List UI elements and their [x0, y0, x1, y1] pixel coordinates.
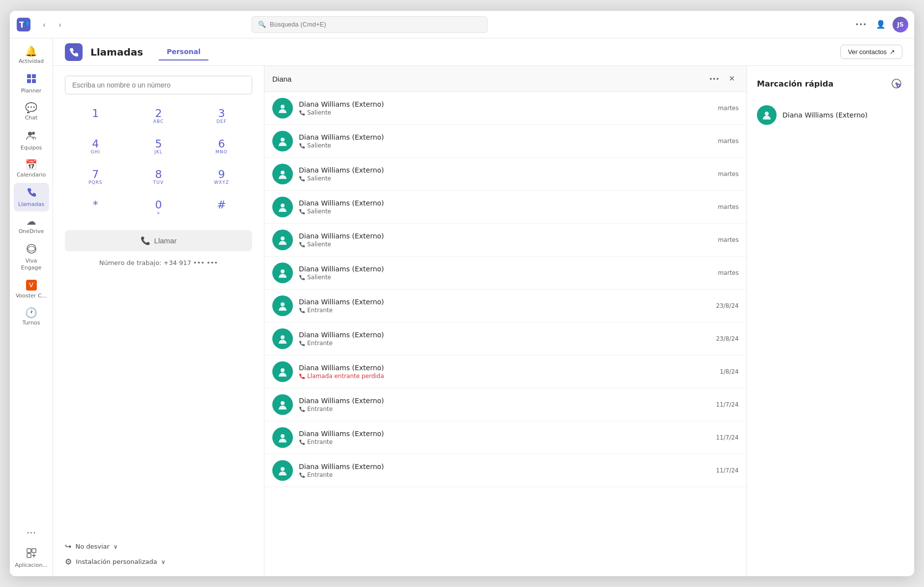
- call-item[interactable]: Diana Williams (Externo) Saliente martes: [264, 257, 747, 290]
- call-name: Diana Williams (Externo): [299, 232, 712, 240]
- call-name: Diana Williams (Externo): [299, 265, 712, 273]
- call-item[interactable]: Diana Williams (Externo) Saliente martes: [264, 224, 747, 257]
- sidebar-item-equipos[interactable]: Equipos: [14, 126, 49, 155]
- dial-key-6[interactable]: 6 MNO: [191, 133, 252, 161]
- call-item[interactable]: Diana Williams (Externo) Saliente martes: [264, 92, 747, 125]
- call-direction: Saliente: [299, 241, 712, 248]
- speed-dial-title: Marcación rápida: [757, 79, 834, 88]
- call-time: 11/7/24: [716, 434, 739, 441]
- dial-key-0[interactable]: 0 +: [128, 194, 189, 222]
- svg-rect-12: [27, 554, 31, 558]
- sidebar-item-chat[interactable]: 💬 Chat: [14, 99, 49, 125]
- no-desviar-item[interactable]: ↪ No desviar ∨: [65, 542, 252, 551]
- sidebar-item-label: Aplicacion...: [15, 562, 48, 568]
- avatar[interactable]: JS: [893, 17, 908, 32]
- search-bar[interactable]: 🔍: [252, 16, 488, 33]
- svg-point-29: [765, 112, 769, 116]
- tab-personal[interactable]: Personal: [159, 44, 208, 60]
- call-name: Diana Williams (Externo): [299, 166, 712, 174]
- instalacion-item[interactable]: ⚙ Instalación personalizada ∨: [65, 557, 252, 566]
- dial-key-7[interactable]: 7 PQRS: [65, 163, 126, 192]
- dial-key-4[interactable]: 4 GHI: [65, 133, 126, 161]
- call-item[interactable]: Diana Williams (Externo) Entrante 11/7/2…: [264, 421, 747, 454]
- call-item[interactable]: Diana Williams (Externo) Saliente martes: [264, 191, 747, 224]
- ver-contactos-button[interactable]: Ver contactos ↗: [840, 45, 902, 59]
- back-button[interactable]: ‹: [37, 18, 51, 31]
- call-direction: Saliente: [299, 208, 712, 215]
- settings-icon: ⚙: [65, 557, 72, 566]
- call-direction: Entrante: [299, 340, 710, 347]
- app-window: T 👥 ‹ › 🔍 ··· 👤 JS 🔔 Actividad: [10, 11, 914, 576]
- call-item[interactable]: Diana Williams (Externo) Entrante 11/7/2…: [264, 388, 747, 421]
- number-input[interactable]: [65, 76, 252, 94]
- call-direction: Saliente: [299, 109, 712, 116]
- speed-dial-contact[interactable]: Diana Williams (Externo): [757, 101, 904, 129]
- call-item[interactable]: Diana Williams (Externo) Entrante 11/7/2…: [264, 454, 747, 487]
- sidebar-item-actividad[interactable]: 🔔 Actividad: [14, 42, 49, 68]
- page-tabs: Personal: [159, 44, 208, 60]
- sidebar-item-llamadas[interactable]: Llamadas: [14, 183, 49, 211]
- work-number: Número de trabajo: +34 917 ••• •••: [65, 259, 252, 266]
- call-time: martes: [718, 236, 739, 243]
- call-item[interactable]: Diana Williams (Externo) Entrante 23/8/2…: [264, 290, 747, 323]
- sidebar-item-vooster[interactable]: V Vooster C...: [14, 276, 49, 303]
- title-bar-right: ··· 👤 JS: [853, 17, 908, 32]
- search-input[interactable]: [270, 21, 481, 28]
- call-avatar: [272, 427, 293, 448]
- sidebar-item-calendario[interactable]: 📅 Calendario: [14, 156, 49, 182]
- call-list-panel: ··· ✕ Diana Williams (Externo) Saliente …: [264, 66, 747, 576]
- call-item[interactable]: Diana Williams (Externo) Saliente martes: [264, 158, 747, 191]
- svg-rect-11: [32, 549, 36, 553]
- call-time: 23/8/24: [716, 302, 739, 309]
- dial-key-3[interactable]: 3 DEF: [191, 102, 252, 131]
- dial-key-hash[interactable]: #: [191, 194, 252, 222]
- sidebar-item-aplicaciones[interactable]: Aplicacion...: [14, 544, 49, 572]
- sidebar-item-viva[interactable]: Viva Engage: [14, 239, 49, 274]
- svg-rect-3: [27, 74, 31, 78]
- sidebar-item-planner[interactable]: Planner: [14, 69, 49, 98]
- call-list: Diana Williams (Externo) Saliente martes…: [264, 92, 747, 576]
- contacts-icon[interactable]: 👤: [873, 17, 889, 32]
- sidebar-item-label: Llamadas: [18, 201, 44, 207]
- dial-key-5[interactable]: 5 JKL: [128, 133, 189, 161]
- dial-key-2[interactable]: 2 ABC: [128, 102, 189, 131]
- dial-key-1[interactable]: 1: [65, 102, 126, 131]
- call-list-header: ··· ✕: [264, 66, 747, 92]
- turnos-icon: 🕐: [25, 308, 37, 318]
- svg-rect-10: [27, 549, 31, 553]
- dial-key-9[interactable]: 9 WXYZ: [191, 163, 252, 192]
- more-options-icon[interactable]: ···: [853, 17, 869, 32]
- call-item[interactable]: Diana Williams (Externo) Llamada entrant…: [264, 355, 747, 388]
- call-avatar: [272, 197, 293, 217]
- dial-key-8[interactable]: 8 TUV: [128, 163, 189, 192]
- call-button[interactable]: 📞 Llamar: [65, 230, 252, 251]
- svg-text:👥: 👥: [23, 20, 29, 26]
- svg-point-23: [281, 368, 285, 372]
- ver-contactos-label: Ver contactos: [848, 48, 887, 56]
- call-name: Diana Williams (Externo): [299, 463, 710, 470]
- call-item[interactable]: Diana Williams (Externo) Saliente martes: [264, 125, 747, 158]
- svg-point-18: [281, 204, 285, 207]
- title-bar: T 👥 ‹ › 🔍 ··· 👤 JS: [10, 11, 914, 38]
- dial-key-star[interactable]: *: [65, 194, 126, 222]
- dialpad: 1 2 ABC 3 DEF 4: [65, 102, 252, 222]
- svg-point-17: [281, 171, 285, 175]
- call-avatar: [272, 230, 293, 250]
- vooster-icon: V: [26, 280, 37, 291]
- bell-icon: 🔔: [25, 46, 37, 56]
- call-search-input[interactable]: [272, 75, 703, 83]
- page-header-right: Ver contactos ↗: [840, 45, 902, 59]
- call-item[interactable]: Diana Williams (Externo) Entrante 23/8/2…: [264, 323, 747, 355]
- more-call-options-icon[interactable]: ···: [707, 72, 721, 86]
- forward-button[interactable]: ›: [53, 18, 67, 31]
- call-info: Diana Williams (Externo) Saliente: [299, 166, 712, 182]
- sidebar-item-onedrive[interactable]: ☁ OneDrive: [14, 212, 49, 238]
- call-time: martes: [718, 171, 739, 177]
- speed-dial-add-button[interactable]: [889, 76, 904, 91]
- more-button[interactable]: ···: [23, 523, 40, 543]
- sidebar-item-turnos[interactable]: 🕐 Turnos: [14, 304, 49, 330]
- call-info: Diana Williams (Externo) Entrante: [299, 298, 710, 314]
- call-name: Diana Williams (Externo): [299, 397, 710, 405]
- close-search-icon[interactable]: ✕: [725, 72, 739, 86]
- call-name: Diana Williams (Externo): [299, 364, 714, 372]
